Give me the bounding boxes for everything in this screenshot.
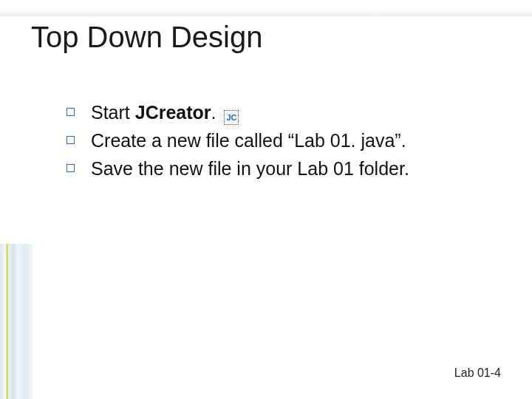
list-item: Create a new file called “Lab 01. java”. — [66, 129, 502, 154]
decorative-sidebar — [0, 244, 33, 399]
header-band — [0, 0, 532, 16]
bullet-text: Create a new file called “Lab 01. java”. — [91, 129, 406, 154]
text-run: . — [211, 102, 222, 123]
text-run: Start — [91, 102, 135, 123]
list-item: Save the new file in your Lab 01 folder. — [66, 157, 502, 182]
jcreator-icon: JC — [224, 110, 239, 125]
bullet-list: Start JCreator. JC Create a new file cal… — [66, 100, 502, 184]
square-bullet-icon — [66, 164, 75, 172]
text-bold: JCreator — [135, 102, 211, 123]
slide-footer: Lab 01-4 — [454, 366, 501, 380]
bullet-text: Save the new file in your Lab 01 folder. — [91, 157, 409, 182]
slide-title: Top Down Design — [31, 21, 263, 54]
square-bullet-icon — [66, 108, 75, 116]
list-item: Start JCreator. JC — [66, 100, 502, 126]
square-bullet-icon — [66, 136, 75, 144]
bullet-text: Start JCreator. JC — [91, 100, 239, 126]
